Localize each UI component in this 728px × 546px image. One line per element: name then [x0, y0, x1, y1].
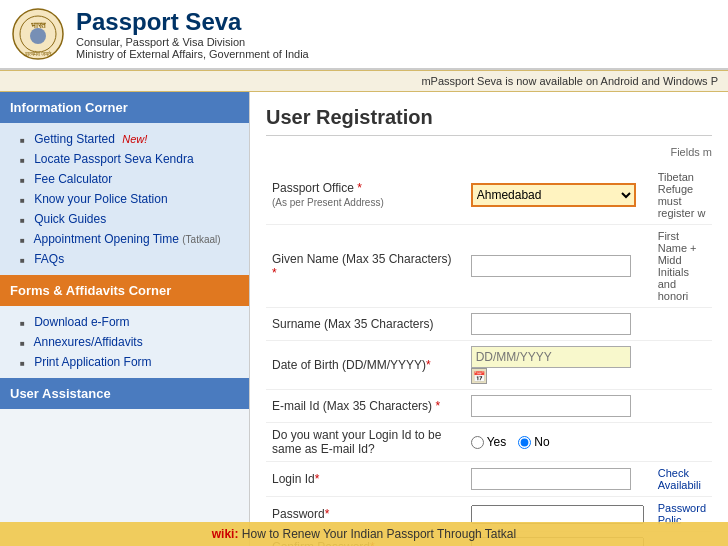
- passport-office-input-cell: Ahmedabad: [465, 166, 650, 225]
- dob-row: Date of Birth (DD/MM/YYYY)* 📅: [266, 341, 712, 390]
- content-area: User Registration Fields m Passport Offi…: [250, 92, 728, 546]
- login-same-radio-cell: Yes No: [465, 423, 650, 462]
- print-form-link[interactable]: Print Application Form: [34, 355, 151, 369]
- login-id-input-cell: [465, 462, 650, 497]
- passport-office-hint: Tibetan Refuge must register w: [650, 166, 712, 225]
- surname-input-cell: [465, 308, 650, 341]
- email-row: E-mail Id (Max 35 Characters) *: [266, 390, 712, 423]
- passport-office-row: Passport Office * (As per Present Addres…: [266, 166, 712, 225]
- calendar-icon[interactable]: 📅: [471, 368, 487, 384]
- download-eform-link[interactable]: Download e-Form: [34, 315, 129, 329]
- list-item[interactable]: Fee Calculator: [0, 169, 249, 189]
- passport-office-select[interactable]: Ahmedabad: [471, 183, 636, 207]
- list-item[interactable]: Annexures/Affidavits: [0, 332, 249, 352]
- list-item[interactable]: Quick Guides: [0, 209, 249, 229]
- list-item[interactable]: Appointment Opening Time (Tatkaal): [0, 229, 249, 249]
- user-assistance-header: User Assistance: [0, 378, 249, 409]
- faqs-link[interactable]: FAQs: [34, 252, 64, 266]
- fee-calculator-link[interactable]: Fee Calculator: [34, 172, 112, 186]
- email-label: E-mail Id (Max 35 Characters) *: [266, 390, 465, 423]
- surname-input[interactable]: [471, 313, 631, 335]
- information-corner-header: Information Corner: [0, 92, 249, 123]
- subtitle-2: Ministry of External Affairs, Government…: [76, 48, 309, 60]
- given-name-input-cell: [465, 225, 650, 308]
- check-availability-link[interactable]: Check Availabili: [658, 467, 701, 491]
- surname-label: Surname (Max 35 Characters): [266, 308, 465, 341]
- know-police-station-link[interactable]: Know your Police Station: [34, 192, 167, 206]
- email-input-cell: [465, 390, 650, 423]
- login-id-row: Login Id* Check Availabili: [266, 462, 712, 497]
- subtitle-1: Consular, Passport & Visa Division: [76, 36, 309, 48]
- login-id-input[interactable]: [471, 468, 631, 490]
- radio-no-label[interactable]: No: [518, 435, 549, 449]
- given-name-row: Given Name (Max 35 Characters) * First N…: [266, 225, 712, 308]
- site-title: Passport Seva: [76, 8, 309, 36]
- logo-icon: भारत सत्यमेव जयते: [12, 8, 64, 60]
- radio-group: Yes No: [471, 435, 644, 449]
- wiki-bar: wiki: How to Renew Your Indian Passport …: [0, 522, 728, 546]
- quick-guides-link[interactable]: Quick Guides: [34, 212, 106, 226]
- new-badge: New!: [122, 133, 147, 145]
- svg-text:सत्यमेव जयते: सत्यमेव जयते: [24, 50, 53, 57]
- dob-label: Date of Birth (DD/MM/YYYY)*: [266, 341, 465, 390]
- list-item[interactable]: Locate Passport Seva Kendra: [0, 149, 249, 169]
- svg-point-3: [30, 28, 46, 44]
- fields-note: Fields m: [266, 146, 712, 158]
- passport-office-label: Passport Office * (As per Present Addres…: [266, 166, 465, 225]
- header-text: Passport Seva Consular, Passport & Visa …: [76, 8, 309, 60]
- given-name-hint: First Name + Midd Initials and honori: [650, 225, 712, 308]
- surname-row: Surname (Max 35 Characters): [266, 308, 712, 341]
- list-item[interactable]: FAQs: [0, 249, 249, 269]
- radio-yes[interactable]: [471, 436, 484, 449]
- annexures-link[interactable]: Annexures/Affidavits: [34, 335, 143, 349]
- password-input[interactable]: [471, 505, 644, 524]
- wiki-text: How to Renew Your Indian Passport Throug…: [242, 527, 516, 541]
- radio-yes-label[interactable]: Yes: [471, 435, 507, 449]
- check-availability-cell: Check Availabili: [650, 462, 712, 497]
- given-name-label: Given Name (Max 35 Characters) *: [266, 225, 465, 308]
- registration-form: Passport Office * (As per Present Addres…: [266, 166, 712, 546]
- login-same-label: Do you want your Login Id to be same as …: [266, 423, 465, 462]
- forms-corner-header: Forms & Affidavits Corner: [0, 275, 249, 306]
- wiki-prefix: wiki:: [212, 527, 239, 541]
- header: भारत सत्यमेव जयते Passport Seva Consular…: [0, 0, 728, 70]
- dob-input[interactable]: [471, 346, 631, 368]
- login-id-label: Login Id*: [266, 462, 465, 497]
- email-input[interactable]: [471, 395, 631, 417]
- page-title: User Registration: [266, 106, 712, 136]
- information-corner-nav: Getting Started New! Locate Passport Sev…: [0, 123, 249, 275]
- sidebar: Information Corner Getting Started New! …: [0, 92, 250, 546]
- list-item[interactable]: Print Application Form: [0, 352, 249, 372]
- locate-kendra-link[interactable]: Locate Passport Seva Kendra: [34, 152, 193, 166]
- forms-corner-nav: Download e-Form Annexures/Affidavits Pri…: [0, 306, 249, 378]
- radio-no[interactable]: [518, 436, 531, 449]
- given-name-input[interactable]: [471, 255, 631, 277]
- list-item[interactable]: Download e-Form: [0, 312, 249, 332]
- main-layout: Information Corner Getting Started New! …: [0, 92, 728, 546]
- list-item[interactable]: Getting Started New!: [0, 129, 249, 149]
- dob-input-cell: 📅: [465, 341, 650, 390]
- appointment-opening-link[interactable]: Appointment Opening Time (Tatkaal): [34, 232, 221, 246]
- notification-bar: mPassport Seva is now available on Andro…: [0, 70, 728, 92]
- list-item[interactable]: Know your Police Station: [0, 189, 249, 209]
- login-same-row: Do you want your Login Id to be same as …: [266, 423, 712, 462]
- getting-started-link[interactable]: Getting Started: [34, 132, 115, 146]
